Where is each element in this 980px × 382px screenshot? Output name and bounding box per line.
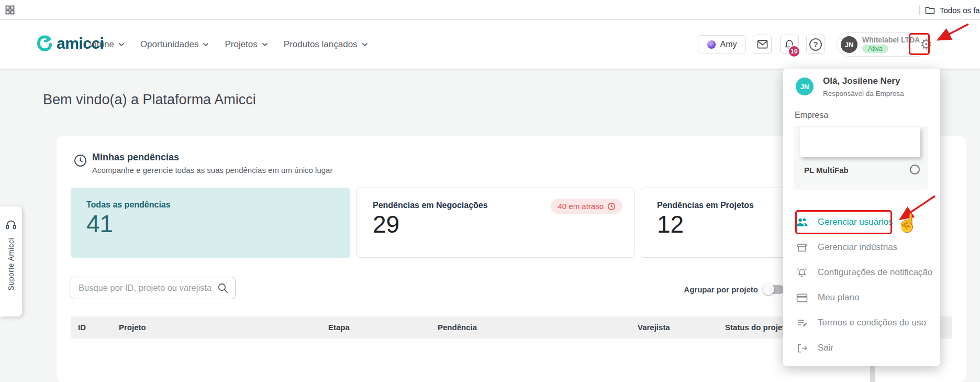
- amy-label: Amy: [720, 40, 737, 49]
- bell-ring-icon: [796, 267, 808, 278]
- company-section-label: Empresa: [795, 111, 828, 120]
- search-box: [70, 277, 236, 299]
- notification-badge: 10: [788, 45, 800, 58]
- radio-icon[interactable]: [910, 165, 920, 174]
- company-panel: PL MultiFab: [794, 126, 928, 190]
- headset-icon: [5, 219, 17, 231]
- gear-icon[interactable]: ⚙: [920, 38, 932, 52]
- amy-button[interactable]: Amy: [698, 35, 746, 53]
- menu-item-sair[interactable]: Sair: [783, 335, 940, 361]
- chevron-down-icon: [118, 42, 125, 47]
- menu-item-termos[interactable]: Termos e condições de uso: [783, 310, 940, 335]
- credit-card-icon: [796, 293, 808, 302]
- search-icon[interactable]: [217, 282, 235, 293]
- bookmarks-divider: [919, 5, 920, 15]
- overdue-badge: 40 em atraso: [551, 199, 622, 214]
- pendencias-subtitle: Acompanhe e gerencie todas as suas pendê…: [92, 166, 332, 174]
- terms-edit-icon: [796, 318, 808, 328]
- nav-item-oportunidades[interactable]: Oportunidades: [140, 39, 209, 50]
- table-col-varejista: Varejista: [638, 316, 670, 339]
- stat-value: 12: [657, 210, 684, 238]
- folder-icon: [925, 6, 935, 14]
- group-toggle-label: Agrupar por projeto: [659, 285, 758, 294]
- avatar: JN: [841, 36, 858, 53]
- stat-label: Pendências em Projetos: [657, 201, 754, 210]
- stat-label: Todas as pendências: [86, 200, 171, 210]
- menu-item-gerenciar-industrias[interactable]: Gerenciar indústrias: [783, 235, 940, 260]
- scrollbar[interactable]: [870, 366, 875, 382]
- table-col-pendencia: Pendência: [438, 316, 477, 339]
- table-col-etapa: Etapa: [328, 316, 350, 339]
- company-name: Whitelabel LTDA: [862, 36, 920, 43]
- nav-item-projetos[interactable]: Projetos: [225, 39, 268, 50]
- company-status-badge: Ativa: [862, 45, 888, 53]
- help-icon: ?: [809, 38, 822, 51]
- nav-item-vitrine[interactable]: Vitrine: [89, 39, 125, 50]
- stat-card-todas[interactable]: Todas as pendências 41: [71, 188, 350, 258]
- group-toggle[interactable]: [764, 285, 784, 294]
- stat-label: Pendências em Negociações: [373, 201, 488, 210]
- amy-orb-icon: [707, 40, 716, 49]
- table-col-id: ID: [78, 316, 86, 339]
- nav-item-produtos-lancados[interactable]: Produtos lançados: [284, 39, 368, 50]
- menu-role: Responsável da Empresa: [823, 90, 904, 97]
- company-overlay-box: [800, 127, 920, 157]
- storefront-icon: [796, 242, 808, 253]
- clock-icon: [73, 154, 87, 168]
- support-label: Suporte Amicci: [7, 238, 15, 290]
- stat-card-negociacoes[interactable]: Pendências em Negociações 40 em atraso 2…: [357, 188, 634, 258]
- background-panel: [759, 366, 887, 382]
- account-pill[interactable]: JN Whitelabel LTDA Ativa ⚙: [837, 32, 929, 57]
- app-header: amicci Vitrine Oportunidades Projetos Pr…: [0, 20, 980, 69]
- table-col-projeto: Projeto: [119, 316, 146, 339]
- menu-item-gerenciar-usuarios[interactable]: Gerenciar usuários: [783, 210, 940, 235]
- page-title: Bem vindo(a) a Plataforma Amicci: [43, 92, 256, 108]
- mail-button[interactable]: [753, 35, 772, 54]
- chevron-down-icon: [203, 42, 209, 47]
- support-tab[interactable]: Suporte Amicci: [0, 206, 22, 316]
- chevron-down-icon: [362, 42, 368, 47]
- menu-avatar: JN: [796, 78, 814, 95]
- stat-value: 29: [373, 210, 399, 238]
- help-button[interactable]: ?: [806, 35, 825, 54]
- search-input[interactable]: [70, 283, 217, 293]
- menu-greeting: Olá, Josilene Nery: [823, 76, 900, 86]
- bookmarks-bar: Todos os favoritos: [0, 0, 980, 20]
- logo-mark-icon: [37, 35, 53, 52]
- toggle-knob: [763, 283, 774, 295]
- menu-list: Gerenciar usuários Gerenciar indústrias: [783, 210, 940, 361]
- overdue-clock-icon: [607, 202, 616, 211]
- menu-divider: [783, 203, 940, 203]
- mail-icon: [757, 40, 768, 49]
- pendencias-title: Minhas pendências: [92, 152, 179, 163]
- menu-item-meu-plano[interactable]: Meu plano: [783, 285, 940, 310]
- chevron-down-icon: [262, 42, 268, 47]
- bookmarks-label[interactable]: Todos os favoritos: [940, 6, 980, 15]
- main-nav: Vitrine Oportunidades Projetos Produtos …: [89, 20, 368, 69]
- apps-grid-icon[interactable]: [5, 5, 15, 15]
- menu-item-configuracoes-notificacao[interactable]: Configurações de notificação: [783, 260, 940, 285]
- user-menu: JN Olá, Josilene Nery Responsável da Emp…: [783, 69, 940, 366]
- company-option-label[interactable]: PL MultiFab: [804, 166, 849, 174]
- logout-icon: [796, 343, 808, 353]
- table-col-status: Status do projeto: [725, 316, 789, 339]
- stat-value: 41: [86, 210, 113, 238]
- users-icon: [796, 217, 808, 227]
